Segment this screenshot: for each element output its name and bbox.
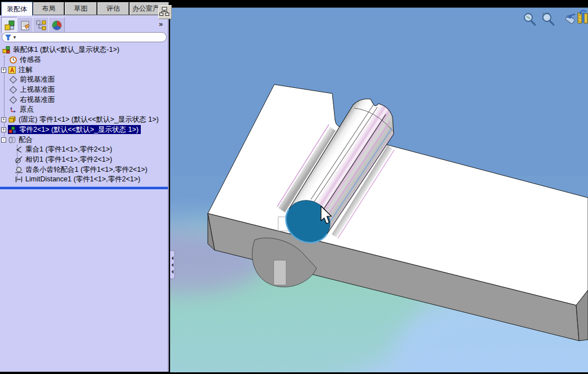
- plane-icon: [9, 96, 17, 104]
- tree-item-label: (固定) 零件1<1> (默认<<默认>_显示状态 1>): [19, 115, 159, 124]
- selected-row-highlight: 零件2<1> (默认<<默认>_显示状态 1>): [8, 125, 141, 134]
- tree-item-coincident1[interactable]: 重合1 (零件1<1>,零件2<1>): [0, 145, 168, 155]
- tree-item-label: 零件2<1> (默认<<默认>_显示状态 1>): [19, 125, 139, 135]
- tree-item-assembly1[interactable]: 装配体1 (默认<默认_显示状态-1>): [0, 45, 168, 55]
- limit-distance-mate-icon: [15, 175, 23, 184]
- origin-icon: [9, 105, 17, 114]
- section-plane-icon: [582, 12, 585, 23]
- tree-item-label: 右视基准面: [20, 95, 55, 105]
- expand-toggle[interactable]: +: [1, 68, 6, 73]
- rack-pinion-mate-icon: [15, 166, 23, 174]
- pocket-step-face: [274, 260, 286, 285]
- tree-item-mates[interactable]: - 配合: [0, 135, 168, 145]
- rollback-bar[interactable]: [0, 186, 168, 189]
- tree-item-part2-selected[interactable]: + 零件2<1> (默认<<默认>_显示状态 1>): [0, 125, 168, 135]
- tree-item-label: 配合: [19, 135, 33, 145]
- plane-icon: [9, 75, 17, 84]
- annotations-icon: [8, 66, 16, 74]
- mates-icon: [8, 136, 16, 144]
- featuremanager-tree-icon: [3, 19, 16, 32]
- viewport-3d[interactable]: [170, 7, 588, 372]
- filter-funnel-icon: [5, 34, 12, 41]
- display-pane-toggle-button[interactable]: [158, 5, 172, 19]
- display-manager-icon: [51, 19, 63, 32]
- featuremanager-panel: » ▼ 装配体1 (默认<默认_显示状态-1>): [0, 15, 169, 372]
- expand-toggle[interactable]: +: [1, 127, 6, 132]
- tree-item-label: 传感器: [20, 55, 41, 65]
- graphics-area[interactable]: [170, 8, 588, 372]
- coincident-mate-icon: [15, 145, 23, 154]
- tree-filter-box: ▼: [2, 32, 167, 42]
- tab-property-manager[interactable]: [17, 17, 33, 33]
- tree-item-front-plane[interactable]: 前视基准面: [0, 75, 168, 85]
- tree-item-tangent1[interactable]: 相切1 (零件1<1>,零件2<1>): [0, 155, 168, 165]
- tab-evaluate[interactable]: 评估: [97, 2, 129, 15]
- sensors-icon: [9, 56, 17, 64]
- property-manager-icon: [19, 19, 32, 32]
- tab-layout[interactable]: 布局: [33, 2, 64, 15]
- tab-configuration-manager[interactable]: [33, 17, 49, 33]
- tree-item-rack-pinion1[interactable]: 齿条小齿轮配合1 (零件1<1>,零件2<1>): [0, 164, 168, 175]
- tangent-mate-icon: [15, 155, 23, 164]
- tree-item-label: 上视基准面: [20, 85, 55, 95]
- plane-icon: [9, 86, 17, 94]
- configuration-manager-icon: [35, 19, 47, 32]
- tree-item-label: 前视基准面: [20, 75, 55, 84]
- tree-item-label: 齿条小齿轮配合1 (零件1<1>,零件2<1>): [25, 165, 148, 175]
- feature-tree: 装配体1 (默认<默认_显示状态-1>) 传感器 + 注解: [0, 45, 168, 185]
- section-block-icon: [584, 14, 587, 23]
- tree-item-label: 注解: [19, 65, 33, 75]
- tree-item-annotations[interactable]: + 注解: [0, 65, 168, 75]
- expand-toggle[interactable]: +: [1, 117, 6, 122]
- tab-sketch[interactable]: 草图: [65, 2, 97, 15]
- part2-icon: [8, 126, 17, 134]
- assembly-icon: [2, 46, 11, 54]
- tree-item-label: 重合1 (零件1<1>,零件2<1>): [25, 145, 112, 154]
- part1-icon: [8, 115, 16, 124]
- tree-item-top-plane[interactable]: 上视基准面: [0, 85, 168, 95]
- tab-assembly[interactable]: 装配体: [1, 2, 33, 16]
- tree-item-label: 原点: [20, 105, 34, 114]
- tree-filter-input[interactable]: [17, 33, 166, 42]
- tab-featuremanager-tree[interactable]: [1, 17, 17, 33]
- panel-splitter-handle[interactable]: [170, 251, 175, 279]
- tree-item-sensors[interactable]: 传感器: [0, 55, 168, 65]
- org-chart-icon: [159, 6, 170, 17]
- tab-display-manager[interactable]: [48, 17, 65, 33]
- tree-item-right-plane[interactable]: 右视基准面: [0, 95, 168, 105]
- panel-overflow-chevron[interactable]: »: [159, 20, 163, 28]
- tree-item-label: 相切1 (零件1<1>,零件2<1>): [25, 155, 112, 164]
- tree-item-label: LimitDistance1 (零件1<1>,零件2<1>): [25, 175, 140, 184]
- solidworks-window: 装配体 布局 草图 评估 办公室产品: [0, 0, 588, 374]
- filter-dropdown-caret[interactable]: ▼: [12, 35, 17, 40]
- expand-toggle[interactable]: -: [1, 137, 6, 143]
- tree-item-origin[interactable]: 原点: [0, 105, 168, 115]
- tree-item-label: 装配体1 (默认<默认_显示状态-1>): [13, 45, 119, 55]
- tree-item-part1[interactable]: + (固定) 零件1<1> (默认<<默认>_显示状态 1>): [0, 115, 168, 125]
- tree-item-limitdistance1[interactable]: LimitDistance1 (零件1<1>,零件2<1>): [0, 175, 168, 185]
